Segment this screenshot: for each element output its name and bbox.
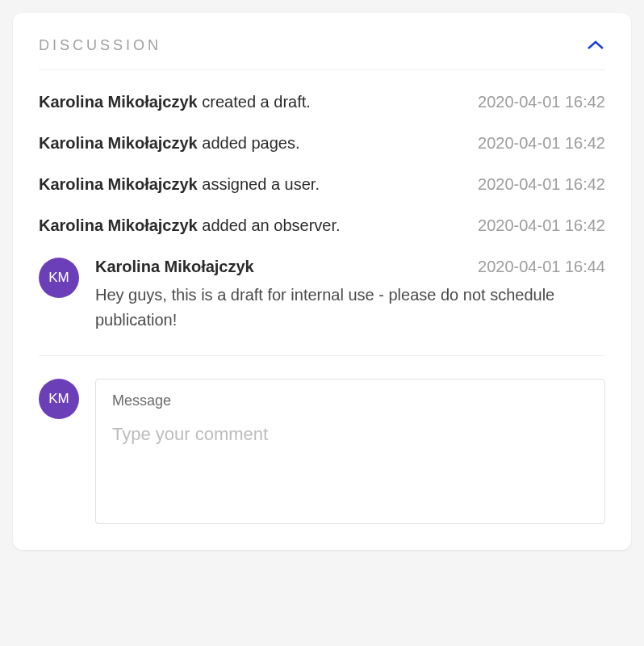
discussion-header: DISCUSSION xyxy=(39,36,605,70)
compose-row: KM Message xyxy=(39,379,605,524)
comment-text: Hey guys, this is a draft for internal u… xyxy=(95,283,605,333)
activity-actor: Karolina Mikołajczyk xyxy=(39,216,198,234)
discussion-card: DISCUSSION Karolina Mikołajczyk created … xyxy=(13,13,631,550)
activity-action: assigned a user. xyxy=(198,175,320,193)
collapse-toggle[interactable] xyxy=(586,36,605,55)
comment-header: Karolina Mikołajczyk 2020-04-01 16:44 xyxy=(95,258,605,276)
activity-text: Karolina Mikołajczyk added an observer. xyxy=(39,216,341,235)
comment-body: Karolina Mikołajczyk 2020-04-01 16:44 He… xyxy=(95,258,605,333)
activity-timestamp: 2020-04-01 16:42 xyxy=(478,216,605,235)
activity-actor: Karolina Mikołajczyk xyxy=(39,93,198,111)
activity-text: Karolina Mikołajczyk added pages. xyxy=(39,134,300,153)
activity-text: Karolina Mikołajczyk created a draft. xyxy=(39,93,311,111)
divider xyxy=(39,355,605,356)
activity-text: Karolina Mikołajczyk assigned a user. xyxy=(39,175,320,194)
activity-timestamp: 2020-04-01 16:42 xyxy=(478,134,605,153)
activity-timestamp: 2020-04-01 16:42 xyxy=(478,175,605,194)
comment-input[interactable] xyxy=(112,424,588,487)
activity-item: Karolina Mikołajczyk assigned a user. 20… xyxy=(39,175,605,194)
activity-timestamp: 2020-04-01 16:42 xyxy=(478,93,605,111)
activity-actor: Karolina Mikołajczyk xyxy=(39,175,198,193)
avatar: KM xyxy=(39,258,79,298)
comment-item: KM Karolina Mikołajczyk 2020-04-01 16:44… xyxy=(39,258,605,333)
activity-action: added pages. xyxy=(198,134,300,152)
comment-timestamp: 2020-04-01 16:44 xyxy=(478,258,605,276)
avatar: KM xyxy=(39,379,79,419)
activity-actor: Karolina Mikołajczyk xyxy=(39,134,198,152)
activity-item: Karolina Mikołajczyk added an observer. … xyxy=(39,216,605,235)
activity-item: Karolina Mikołajczyk created a draft. 20… xyxy=(39,93,605,111)
activity-item: Karolina Mikołajczyk added pages. 2020-0… xyxy=(39,134,605,153)
comment-author: Karolina Mikołajczyk xyxy=(95,258,254,276)
discussion-title: DISCUSSION xyxy=(39,37,161,54)
activity-list: Karolina Mikołajczyk created a draft. 20… xyxy=(39,70,605,333)
activity-action: added an observer. xyxy=(198,216,341,234)
activity-action: created a draft. xyxy=(198,93,311,111)
chevron-up-icon xyxy=(587,40,604,51)
compose-box[interactable]: Message xyxy=(95,379,605,524)
compose-label: Message xyxy=(112,392,588,409)
